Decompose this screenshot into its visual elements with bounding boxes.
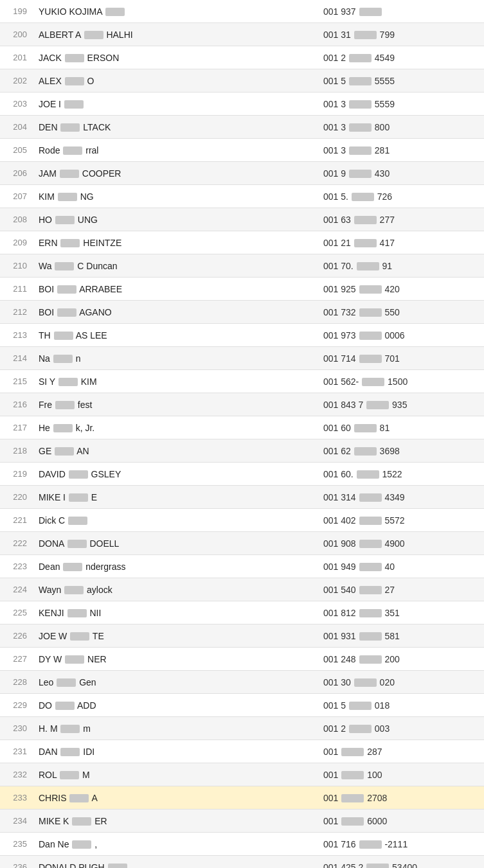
row-number: 200 <box>0 26 32 43</box>
table-row: 232ROL .... M001 .... 100 <box>0 763 484 786</box>
row-phone: 001 3 .... 281 <box>317 141 484 159</box>
row-name: ALBERT A .... HALHI <box>32 26 317 44</box>
row-phone: 001 5 .... 5555 <box>317 72 484 90</box>
row-number: 201 <box>0 49 32 66</box>
row-phone: 001 .... 6000 <box>317 812 484 830</box>
row-name: ALEX .... O <box>32 72 317 90</box>
row-phone: 001 812 .... 351 <box>317 604 484 622</box>
row-phone: 001 248 .... 200 <box>317 650 484 668</box>
row-name: MIKE K .... ER <box>32 812 317 830</box>
row-phone: 001 3 .... 5559 <box>317 95 484 113</box>
table-row: 216Fre .... fest001 843 7 .... 935 <box>0 393 484 416</box>
row-number: 227 <box>0 650 32 668</box>
table-row: 208HO .... UNG001 63 .... 277 <box>0 208 484 231</box>
row-name: JOE W .... TE <box>32 627 317 645</box>
row-number: 214 <box>0 350 32 367</box>
row-name: JOE I .... <box>32 95 317 113</box>
row-name: JACK .... ERSON <box>32 49 317 67</box>
row-phone: 001 63 .... 277 <box>317 211 484 229</box>
table-row: 228Leo .... Gen001 30 .... 020 <box>0 671 484 694</box>
table-row: 226JOE W .... TE001 931 .... 581 <box>0 624 484 648</box>
row-name: H. M .... m <box>32 720 317 738</box>
contact-list: 199YUKIO KOJIMA ....001 937 ....200ALBER… <box>0 0 484 868</box>
row-phone: 001 732 .... 550 <box>317 303 484 321</box>
table-row: 215SI Y .... KIM001 562- .... 1500 <box>0 370 484 393</box>
table-row: 211BOI .... ARRABEE001 925 .... 420 <box>0 278 484 301</box>
table-row: 213TH .... AS LEE001 973 .... 0006 <box>0 324 484 347</box>
row-number: 212 <box>0 303 32 321</box>
row-phone: 001 .... 100 <box>317 766 484 784</box>
row-name: Fre .... fest <box>32 396 317 414</box>
table-row: 206JAM .... COOPER001 9 .... 430 <box>0 162 484 185</box>
table-row: 200ALBERT A .... HALHI001 31 .... 799 <box>0 23 484 46</box>
table-row: 233CHRIS .... A001 .... 2708 <box>0 786 484 810</box>
row-number: 236 <box>0 858 32 868</box>
row-phone: 001 925 .... 420 <box>317 280 484 298</box>
row-phone: 001 314 .... 4349 <box>317 488 484 506</box>
row-name: He .... k, Jr. <box>32 419 317 437</box>
row-name: Dick C .... <box>32 511 317 529</box>
table-row: 235Dan Ne .... ,001 716 .... -2111 <box>0 833 484 856</box>
row-number: 216 <box>0 396 32 413</box>
table-row: 221Dick C ....001 402 .... 5572 <box>0 509 484 532</box>
row-name: Wa .... C Duncan <box>32 257 317 275</box>
row-name: Leo .... Gen <box>32 673 317 691</box>
row-name: JAM .... COOPER <box>32 164 317 182</box>
row-phone: 001 31 .... 799 <box>317 26 484 44</box>
row-name: Wayn .... aylock <box>32 581 317 599</box>
row-number: 205 <box>0 141 32 159</box>
row-number: 221 <box>0 511 32 529</box>
row-number: 218 <box>0 442 32 459</box>
row-number: 235 <box>0 835 32 853</box>
table-row: 222DONA .... DOELL001 908 .... 4900 <box>0 532 484 555</box>
table-row: 202ALEX .... O001 5 .... 5555 <box>0 69 484 93</box>
row-name: DAVID .... GSLEY <box>32 465 317 483</box>
row-phone: 001 70. .... 91 <box>317 257 484 275</box>
row-number: 229 <box>0 696 32 714</box>
row-name: Dean .... ndergrass <box>32 558 317 576</box>
row-phone: 001 .... 287 <box>317 743 484 761</box>
row-number: 215 <box>0 373 32 390</box>
table-row: 212BOI .... AGANO001 732 .... 550 <box>0 301 484 324</box>
table-row: 204DEN .... LTACK001 3 .... 800 <box>0 116 484 139</box>
row-number: 225 <box>0 604 32 621</box>
row-phone: 001 425 2 .... 53400 <box>317 858 484 869</box>
row-name: Dan Ne .... , <box>32 835 317 853</box>
table-row: 207KIM .... NG001 5. .... 726 <box>0 185 484 208</box>
table-row: 209ERN .... HEINTZE001 21 .... 417 <box>0 231 484 254</box>
row-number: 208 <box>0 211 32 228</box>
row-phone: 001 931 .... 581 <box>317 627 484 645</box>
row-phone: 001 3 .... 800 <box>317 118 484 136</box>
row-number: 234 <box>0 812 32 829</box>
row-phone: 001 .... 2708 <box>317 789 484 807</box>
row-phone: 001 30 .... 020 <box>317 673 484 691</box>
row-number: 223 <box>0 558 32 575</box>
row-number: 209 <box>0 234 32 251</box>
row-number: 222 <box>0 535 32 552</box>
row-name: Na .... n <box>32 350 317 368</box>
row-name: DONALD PUGH .... <box>32 858 317 869</box>
row-name: DEN .... LTACK <box>32 118 317 136</box>
row-number: 211 <box>0 280 32 297</box>
row-name: KIM .... NG <box>32 188 317 206</box>
table-row: 230H. M .... m001 2 .... 003 <box>0 717 484 740</box>
row-number: 203 <box>0 95 32 112</box>
row-number: 219 <box>0 465 32 483</box>
table-row: 218GE .... AN001 62 .... 3698 <box>0 439 484 463</box>
row-name: MIKE I .... E <box>32 488 317 506</box>
row-number: 233 <box>0 789 32 806</box>
row-number: 224 <box>0 581 32 598</box>
table-row: 203JOE I ....001 3 .... 5559 <box>0 93 484 116</box>
table-row: 223Dean .... ndergrass001 949 .... 40 <box>0 555 484 578</box>
table-row: 227DY W .... NER001 248 .... 200 <box>0 648 484 671</box>
row-number: 228 <box>0 673 32 691</box>
row-number: 217 <box>0 419 32 436</box>
table-row: 214Na .... n001 714 .... 701 <box>0 347 484 370</box>
row-number: 210 <box>0 257 32 274</box>
row-number: 226 <box>0 627 32 644</box>
row-name: DY W .... NER <box>32 650 317 668</box>
row-phone: 001 716 .... -2111 <box>317 835 484 853</box>
row-number: 199 <box>0 3 32 20</box>
row-name: YUKIO KOJIMA .... <box>32 3 317 21</box>
row-number: 213 <box>0 326 32 344</box>
